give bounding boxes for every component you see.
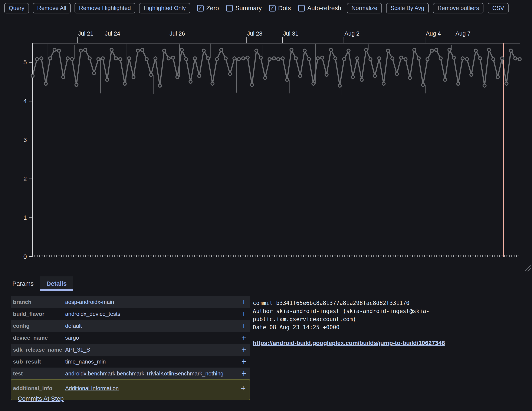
param-value: androidx_device_tests — [65, 311, 238, 317]
param-key: sub_result — [13, 358, 65, 365]
svg-text:3: 3 — [23, 136, 27, 143]
param-key: branch — [13, 299, 65, 305]
param-key: build_flavor — [13, 311, 65, 317]
tab-params[interactable]: Params — [6, 277, 40, 291]
table-row: config default + — [11, 320, 250, 332]
svg-text:Jul 24: Jul 24 — [105, 30, 120, 37]
param-value: API_31_S — [65, 346, 238, 353]
commits-at-step-link[interactable]: Commits At Step — [18, 395, 64, 402]
svg-text:1: 1 — [23, 214, 27, 221]
svg-text:Jul 21: Jul 21 — [78, 30, 93, 37]
param-value: time_nanos_min — [65, 358, 238, 365]
param-key: additional_info — [13, 385, 65, 392]
table-row: build_flavor androidx_device_tests + — [11, 308, 250, 320]
table-row: test androidx.benchmark.benchmark.Trivia… — [11, 368, 250, 380]
param-key: config — [13, 323, 65, 329]
detail-tabs: Params Details — [6, 277, 73, 291]
svg-text:Jul 28: Jul 28 — [247, 30, 262, 37]
svg-text:Aug 2: Aug 2 — [344, 30, 360, 37]
param-value: androidx.benchmark.benchmark.TrivialKotl… — [65, 370, 238, 377]
commit-details: commit b3341f65e6bc8a81377a81a298fac8d82… — [253, 299, 453, 347]
svg-text:Jul 26: Jul 26 — [170, 30, 185, 37]
param-value: sargo — [65, 335, 238, 341]
svg-text:Aug 7: Aug 7 — [456, 30, 471, 37]
param-key: test — [13, 370, 65, 377]
plus-icon[interactable]: + — [238, 334, 250, 342]
commit-author-line: Author skia-android-ingest (skia-android… — [253, 307, 453, 315]
perf-dashboard: Query Remove All Remove Highlighted High… — [0, 0, 532, 411]
trace-details-table: branch aosp-androidx-main + build_flavor… — [11, 296, 250, 400]
commit-author-line: public.iam.gserviceaccount.com) — [253, 315, 453, 323]
param-value: aosp-androidx-main — [65, 299, 238, 305]
additional-information-link[interactable]: Additional Information — [65, 385, 119, 392]
param-key: sdk_release_name — [13, 346, 65, 353]
svg-text:Aug 4: Aug 4 — [426, 30, 441, 37]
commit-hash-line: commit b3341f65e6bc8a81377a81a298fac8d82… — [253, 299, 453, 307]
svg-text:5: 5 — [23, 59, 27, 66]
plus-icon[interactable]: + — [238, 322, 250, 330]
table-row-additional-info: additional_info Additional Information + — [11, 382, 250, 394]
table-row: branch aosp-androidx-main + — [11, 296, 250, 308]
table-row: sub_result time_nanos_min + — [11, 356, 250, 368]
plus-icon[interactable]: + — [238, 369, 250, 378]
plus-icon[interactable]: + — [238, 357, 250, 366]
tabs-divider — [6, 292, 532, 292]
svg-text:2: 2 — [23, 175, 27, 182]
plus-icon[interactable]: + — [238, 310, 250, 318]
plus-icon[interactable]: + — [237, 384, 250, 392]
jump-to-build-link[interactable]: https://android-build.googleplex.com/bui… — [253, 339, 445, 347]
svg-text:Jul 31: Jul 31 — [283, 30, 298, 37]
performance-chart[interactable]: 012345Jul 21Jul 24Jul 26Jul 28Jul 31Aug … — [0, 0, 532, 277]
svg-text:4: 4 — [23, 98, 27, 105]
commit-date-line: Date 08 Aug 23 14:25 +0000 — [253, 323, 453, 331]
table-row: sdk_release_name API_31_S + — [11, 344, 250, 356]
svg-text:0: 0 — [23, 253, 27, 260]
param-key: device_name — [13, 335, 65, 341]
plus-icon[interactable]: + — [238, 345, 250, 354]
table-row: device_name sargo + — [11, 332, 250, 344]
tab-details[interactable]: Details — [40, 277, 73, 291]
param-value: default — [65, 323, 238, 329]
plus-icon[interactable]: + — [238, 298, 250, 306]
